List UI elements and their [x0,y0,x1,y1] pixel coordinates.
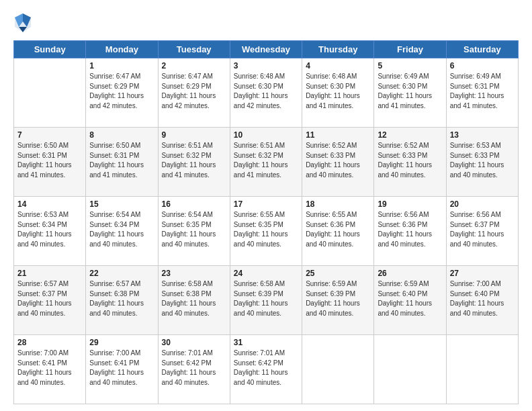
day-number: 12 [378,130,442,140]
cell-text: Sunrise: 6:48 AMSunset: 6:30 PMDaylight:… [234,72,298,111]
day-number: 29 [89,338,154,347]
calendar-cell: 23Sunrise: 6:58 AMSunset: 6:38 PMDayligh… [158,266,230,335]
calendar-cell: 4Sunrise: 6:48 AMSunset: 6:30 PMDaylight… [302,58,374,128]
day-number: 24 [234,269,298,278]
cell-text: Sunrise: 6:58 AMSunset: 6:38 PMDaylight:… [162,279,226,318]
day-number: 9 [162,130,226,140]
calendar-cell: 7Sunrise: 6:50 AMSunset: 6:31 PMDaylight… [14,128,86,197]
day-number: 17 [234,199,298,209]
calendar-cell [14,58,86,128]
cell-text: Sunrise: 6:50 AMSunset: 6:31 PMDaylight:… [17,141,82,180]
cell-text: Sunrise: 6:51 AMSunset: 6:32 PMDaylight:… [162,141,226,180]
calendar-week-row: 21Sunrise: 6:57 AMSunset: 6:37 PMDayligh… [14,266,519,335]
cell-text: Sunrise: 7:00 AMSunset: 6:40 PMDaylight:… [450,279,515,318]
header [13,12,519,34]
calendar-cell: 8Sunrise: 6:50 AMSunset: 6:31 PMDaylight… [86,128,158,197]
calendar-cell: 9Sunrise: 6:51 AMSunset: 6:32 PMDaylight… [158,128,230,197]
cell-text: Sunrise: 7:00 AMSunset: 6:41 PMDaylight:… [89,349,154,387]
calendar-cell: 3Sunrise: 6:48 AMSunset: 6:30 PMDaylight… [230,58,302,128]
cell-text: Sunrise: 6:53 AMSunset: 6:34 PMDaylight:… [17,210,82,249]
calendar-week-row: 1Sunrise: 6:47 AMSunset: 6:29 PMDaylight… [14,58,519,128]
cell-text: Sunrise: 6:55 AMSunset: 6:35 PMDaylight:… [234,210,298,249]
cell-text: Sunrise: 6:54 AMSunset: 6:35 PMDaylight:… [162,210,226,249]
day-number: 8 [89,130,154,140]
logo [13,12,35,34]
calendar-day-header: Thursday [302,41,374,58]
day-number: 4 [306,61,370,71]
calendar-header-row: SundayMondayTuesdayWednesdayThursdayFrid… [14,41,519,58]
cell-text: Sunrise: 6:57 AMSunset: 6:38 PMDaylight:… [89,279,154,318]
calendar-cell: 10Sunrise: 6:51 AMSunset: 6:32 PMDayligh… [230,128,302,197]
calendar-cell: 17Sunrise: 6:55 AMSunset: 6:35 PMDayligh… [230,197,302,266]
calendar-cell [446,335,518,404]
cell-text: Sunrise: 7:01 AMSunset: 6:42 PMDaylight:… [162,349,226,387]
calendar-cell: 16Sunrise: 6:54 AMSunset: 6:35 PMDayligh… [158,197,230,266]
cell-text: Sunrise: 6:56 AMSunset: 6:36 PMDaylight:… [378,210,442,249]
calendar-cell: 26Sunrise: 6:59 AMSunset: 6:40 PMDayligh… [374,266,446,335]
day-number: 15 [89,199,154,209]
calendar-cell: 20Sunrise: 6:56 AMSunset: 6:37 PMDayligh… [446,197,518,266]
cell-text: Sunrise: 6:54 AMSunset: 6:34 PMDaylight:… [89,210,154,249]
cell-text: Sunrise: 6:59 AMSunset: 6:39 PMDaylight:… [306,279,370,318]
calendar-week-row: 28Sunrise: 7:00 AMSunset: 6:41 PMDayligh… [14,335,519,404]
calendar-cell: 5Sunrise: 6:49 AMSunset: 6:30 PMDaylight… [374,58,446,128]
calendar-cell: 18Sunrise: 6:55 AMSunset: 6:36 PMDayligh… [302,197,374,266]
calendar-cell: 1Sunrise: 6:47 AMSunset: 6:29 PMDaylight… [86,58,158,128]
calendar-cell: 30Sunrise: 7:01 AMSunset: 6:42 PMDayligh… [158,335,230,404]
day-number: 11 [306,130,370,140]
day-number: 31 [234,338,298,347]
calendar-cell: 2Sunrise: 6:47 AMSunset: 6:29 PMDaylight… [158,58,230,128]
day-number: 30 [162,338,226,347]
day-number: 2 [162,61,226,71]
calendar-cell: 25Sunrise: 6:59 AMSunset: 6:39 PMDayligh… [302,266,374,335]
calendar-day-header: Saturday [446,41,518,58]
cell-text: Sunrise: 6:57 AMSunset: 6:37 PMDaylight:… [17,279,82,318]
cell-text: Sunrise: 6:49 AMSunset: 6:30 PMDaylight:… [378,72,442,111]
calendar-cell [302,335,374,404]
cell-text: Sunrise: 7:01 AMSunset: 6:42 PMDaylight:… [234,349,298,387]
calendar-cell: 21Sunrise: 6:57 AMSunset: 6:37 PMDayligh… [14,266,86,335]
calendar-cell: 13Sunrise: 6:53 AMSunset: 6:33 PMDayligh… [446,128,518,197]
day-number: 13 [450,130,515,140]
calendar-week-row: 7Sunrise: 6:50 AMSunset: 6:31 PMDaylight… [14,128,519,197]
cell-text: Sunrise: 6:47 AMSunset: 6:29 PMDaylight:… [162,72,226,111]
cell-text: Sunrise: 6:51 AMSunset: 6:32 PMDaylight:… [234,141,298,180]
calendar-cell: 19Sunrise: 6:56 AMSunset: 6:36 PMDayligh… [374,197,446,266]
calendar-cell: 15Sunrise: 6:54 AMSunset: 6:34 PMDayligh… [86,197,158,266]
cell-text: Sunrise: 6:50 AMSunset: 6:31 PMDaylight:… [89,141,154,180]
calendar-cell: 29Sunrise: 7:00 AMSunset: 6:41 PMDayligh… [86,335,158,404]
day-number: 3 [234,61,298,71]
cell-text: Sunrise: 6:49 AMSunset: 6:31 PMDaylight:… [450,72,515,111]
calendar-day-header: Monday [86,41,158,58]
cell-text: Sunrise: 6:53 AMSunset: 6:33 PMDaylight:… [450,141,515,180]
calendar-page: SundayMondayTuesdayWednesdayThursdayFrid… [0,0,532,411]
day-number: 14 [17,199,82,209]
day-number: 19 [378,199,442,209]
day-number: 10 [234,130,298,140]
cell-text: Sunrise: 6:47 AMSunset: 6:29 PMDaylight:… [89,72,154,111]
calendar-week-row: 14Sunrise: 6:53 AMSunset: 6:34 PMDayligh… [14,197,519,266]
day-number: 20 [450,199,515,209]
calendar-cell: 24Sunrise: 6:58 AMSunset: 6:39 PMDayligh… [230,266,302,335]
day-number: 18 [306,199,370,209]
day-number: 1 [89,61,154,71]
calendar-cell: 28Sunrise: 7:00 AMSunset: 6:41 PMDayligh… [14,335,86,404]
logo-icon [13,12,32,34]
day-number: 7 [17,130,82,140]
day-number: 26 [378,269,442,278]
calendar-cell: 11Sunrise: 6:52 AMSunset: 6:33 PMDayligh… [302,128,374,197]
calendar-cell: 12Sunrise: 6:52 AMSunset: 6:33 PMDayligh… [374,128,446,197]
cell-text: Sunrise: 6:59 AMSunset: 6:40 PMDaylight:… [378,279,442,318]
day-number: 23 [162,269,226,278]
day-number: 22 [89,269,154,278]
calendar-day-header: Wednesday [230,41,302,58]
calendar-cell: 14Sunrise: 6:53 AMSunset: 6:34 PMDayligh… [14,197,86,266]
calendar-cell: 6Sunrise: 6:49 AMSunset: 6:31 PMDaylight… [446,58,518,128]
calendar-day-header: Sunday [14,41,86,58]
day-number: 25 [306,269,370,278]
calendar-day-header: Tuesday [158,41,230,58]
day-number: 28 [17,338,82,347]
day-number: 21 [17,269,82,278]
day-number: 5 [378,61,442,71]
calendar-cell: 27Sunrise: 7:00 AMSunset: 6:40 PMDayligh… [446,266,518,335]
